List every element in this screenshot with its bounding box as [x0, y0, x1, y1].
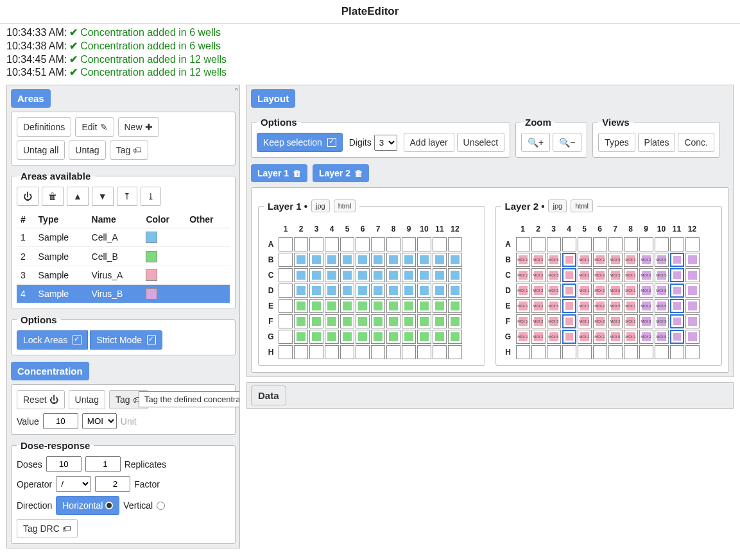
strict-mode-toggle[interactable]: Strict Mode — [90, 330, 162, 350]
well[interactable] — [371, 268, 385, 282]
plate-grid-1[interactable]: 123456789101112ABCDEFGH — [264, 221, 479, 360]
well[interactable] — [448, 314, 462, 328]
well[interactable]: MOI 1 — [578, 268, 592, 282]
well[interactable] — [685, 237, 700, 251]
well[interactable] — [309, 314, 323, 328]
well[interactable] — [340, 268, 354, 282]
well[interactable] — [547, 345, 561, 359]
well[interactable] — [685, 284, 700, 298]
move-top-button[interactable]: ⤒ — [117, 187, 137, 206]
well[interactable] — [417, 314, 431, 328]
well[interactable] — [448, 330, 462, 344]
well[interactable]: MOI 2 — [531, 268, 546, 282]
well[interactable] — [325, 330, 339, 344]
well[interactable] — [309, 284, 323, 298]
well[interactable]: MOI 1 — [578, 284, 592, 298]
well[interactable] — [448, 253, 462, 267]
operator-select[interactable]: / — [56, 476, 91, 492]
well[interactable]: MOI 5 — [608, 330, 623, 344]
well[interactable] — [294, 268, 308, 282]
well[interactable] — [294, 345, 308, 359]
well[interactable] — [670, 284, 684, 298]
well[interactable] — [309, 253, 323, 267]
tab-layer-2[interactable]: Layer 2🗑 — [313, 164, 369, 182]
well[interactable] — [685, 330, 700, 344]
well[interactable]: MOI 1 — [516, 299, 530, 313]
well[interactable] — [639, 237, 653, 251]
well[interactable] — [608, 237, 623, 251]
factor-input[interactable] — [95, 476, 130, 492]
well[interactable]: MOI 5 — [608, 284, 623, 298]
well[interactable] — [325, 237, 339, 251]
well[interactable] — [325, 314, 339, 328]
well[interactable] — [325, 253, 339, 267]
well[interactable] — [309, 345, 323, 359]
value-input[interactable] — [43, 413, 78, 429]
well[interactable]: MOI 2 — [531, 330, 546, 344]
well[interactable] — [562, 314, 576, 328]
well[interactable] — [531, 345, 546, 359]
well[interactable] — [448, 299, 462, 313]
well[interactable] — [547, 237, 561, 251]
well[interactable] — [433, 253, 447, 267]
well[interactable] — [417, 253, 431, 267]
trash-icon[interactable]: 🗑 — [293, 169, 301, 178]
well[interactable] — [417, 299, 431, 313]
well[interactable] — [279, 284, 293, 298]
well[interactable] — [402, 268, 416, 282]
well[interactable]: MOI 1 — [578, 314, 592, 328]
well[interactable]: MOI 2 — [531, 253, 546, 267]
well[interactable] — [402, 314, 416, 328]
jpg-button[interactable]: jpg — [548, 199, 567, 212]
well[interactable] — [402, 253, 416, 267]
table-row[interactable]: 3SampleVirus_A — [17, 266, 230, 284]
well[interactable] — [670, 330, 684, 344]
move-down-button[interactable]: ▼ — [92, 187, 114, 206]
well[interactable] — [670, 237, 684, 251]
well[interactable] — [639, 345, 653, 359]
well[interactable]: MOI 2 — [639, 253, 653, 267]
well[interactable] — [448, 284, 462, 298]
well[interactable] — [685, 268, 700, 282]
well[interactable] — [294, 299, 308, 313]
new-button[interactable]: New ✚ — [118, 117, 159, 137]
well[interactable] — [417, 268, 431, 282]
well[interactable] — [670, 268, 684, 282]
well[interactable]: MOI 1 — [624, 284, 638, 298]
well[interactable] — [309, 268, 323, 282]
doses-input[interactable] — [46, 456, 82, 472]
well[interactable] — [279, 314, 293, 328]
well[interactable]: MOI 1 — [624, 253, 638, 267]
well[interactable] — [417, 237, 431, 251]
well[interactable]: MOI 5 — [547, 299, 561, 313]
tab-layer-1[interactable]: Layer 1🗑 — [251, 164, 307, 182]
well[interactable] — [402, 299, 416, 313]
well[interactable] — [279, 345, 293, 359]
html-button[interactable]: html — [334, 199, 356, 212]
well[interactable] — [448, 345, 462, 359]
well[interactable] — [624, 237, 638, 251]
well[interactable]: MOI 2 — [639, 299, 653, 313]
well[interactable]: MOI 5 — [655, 284, 669, 298]
well[interactable] — [433, 237, 447, 251]
well[interactable] — [325, 284, 339, 298]
well[interactable] — [356, 268, 370, 282]
well[interactable] — [356, 284, 370, 298]
table-row[interactable]: 4SampleVirus_B — [17, 285, 230, 303]
well[interactable] — [294, 237, 308, 251]
tag-drc-button[interactable]: Tag DRC 🏷 — [17, 519, 78, 538]
well[interactable] — [516, 237, 530, 251]
well[interactable]: MOI 1 — [578, 330, 592, 344]
well[interactable]: MOI 2 — [593, 284, 607, 298]
well[interactable] — [386, 314, 400, 328]
well[interactable]: MOI 2 — [593, 314, 607, 328]
well[interactable] — [531, 237, 546, 251]
well[interactable]: MOI 5 — [655, 299, 669, 313]
edit-button[interactable]: Edit ✎ — [75, 117, 114, 137]
well[interactable]: MOI 1 — [624, 268, 638, 282]
well[interactable] — [371, 253, 385, 267]
well[interactable]: MOI 2 — [593, 330, 607, 344]
well[interactable] — [608, 345, 623, 359]
digits-select[interactable]: 3 — [374, 135, 397, 151]
zoom-out-button[interactable]: 🔍− — [553, 133, 581, 152]
